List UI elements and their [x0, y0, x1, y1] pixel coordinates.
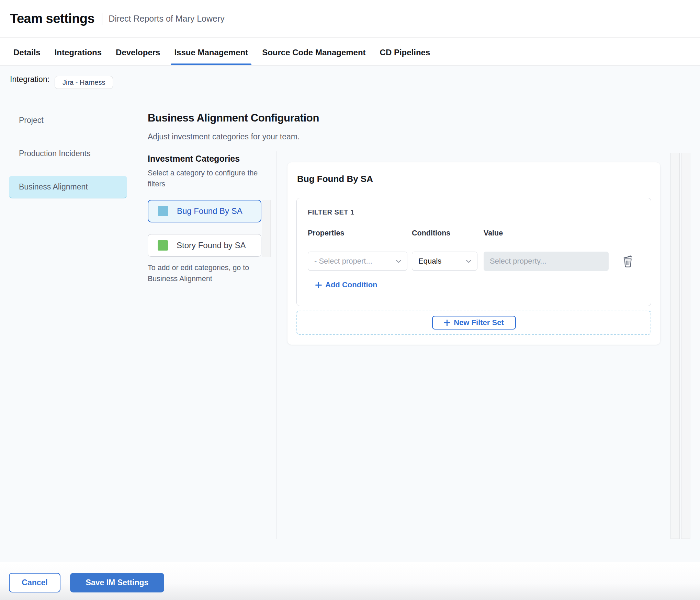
- tab-issue-management[interactable]: Issue Management: [171, 40, 251, 65]
- category-color-swatch: [158, 206, 168, 216]
- chevron-down-icon: [466, 259, 472, 263]
- add-condition-button[interactable]: Add Condition: [315, 280, 377, 289]
- category-label: Story Found by SA: [177, 241, 246, 250]
- new-filter-set-label: New Filter Set: [454, 318, 504, 327]
- inner-scrollbar-track[interactable]: [670, 153, 680, 539]
- sidebar-item-production-incidents[interactable]: Production Incidents: [9, 142, 127, 165]
- page-header: Team settings Direct Reports of Mary Low…: [0, 0, 700, 38]
- tab-developers[interactable]: Developers: [112, 40, 163, 65]
- sidebar-divider: [138, 99, 138, 539]
- category-config-card: Bug Found By SA FILTER SET 1 Properties …: [287, 162, 660, 345]
- category-color-swatch: [158, 240, 168, 251]
- active-tab-underline: [171, 64, 251, 65]
- trash-icon: [622, 255, 634, 268]
- sidebar-item-project[interactable]: Project: [9, 109, 127, 131]
- conditions-select[interactable]: Equals: [412, 252, 477, 271]
- categories-note: To add or edit categories, go to Busines…: [148, 262, 268, 284]
- outer-scrollbar-track[interactable]: [681, 153, 690, 539]
- sidebar-item-label: Production Incidents: [19, 149, 90, 158]
- integration-label: Integration:: [10, 75, 49, 84]
- page-subtitle: Direct Reports of Mary Lowery: [109, 14, 225, 24]
- properties-select[interactable]: - Select propert...: [308, 252, 407, 271]
- filter-set-title: FILTER SET 1: [308, 208, 354, 216]
- column-header-value: Value: [484, 229, 503, 238]
- cancel-button[interactable]: Cancel: [9, 573, 60, 592]
- sidebar-item-label: Business Alignment: [19, 182, 88, 192]
- tab-details[interactable]: Details: [10, 40, 44, 65]
- conditions-select-value: Equals: [418, 257, 441, 266]
- page-title: Team settings: [10, 11, 94, 26]
- tab-bar: Details Integrations Developers Issue Ma…: [0, 38, 700, 66]
- category-label: Bug Found By SA: [177, 206, 242, 216]
- properties-select-placeholder: - Select propert...: [314, 257, 372, 266]
- investment-categories-heading: Investment Categories: [148, 154, 240, 164]
- category-story-found-by-sa[interactable]: Story Found by SA: [148, 234, 261, 257]
- card-title: Bug Found By SA: [297, 174, 373, 184]
- plus-icon: [444, 320, 450, 326]
- sidebar-item-business-alignment[interactable]: Business Alignment: [9, 176, 127, 198]
- integration-badge[interactable]: Jira - Harness: [55, 76, 113, 89]
- category-list-scrollbar[interactable]: [262, 200, 271, 257]
- sidebar-item-label: Project: [19, 116, 44, 125]
- content-area: Integration: Jira - Harness Project Prod…: [0, 66, 700, 562]
- integration-row: Integration: Jira - Harness: [0, 66, 700, 99]
- tab-cd-pipelines[interactable]: CD Pipelines: [376, 40, 434, 65]
- column-header-conditions: Conditions: [412, 229, 450, 238]
- section-heading: Business Alignment Configuration: [148, 112, 319, 124]
- tab-source-code-management[interactable]: Source Code Management: [259, 40, 369, 65]
- footer-bar: Cancel Save IM Settings: [0, 562, 700, 600]
- delete-condition-button[interactable]: [621, 254, 635, 269]
- new-filter-set-dropzone: New Filter Set: [296, 311, 651, 335]
- categories-divider: [276, 151, 277, 539]
- plus-icon: [315, 282, 322, 288]
- investment-categories-description: Select a category to configure the filte…: [148, 168, 268, 189]
- chevron-down-icon: [396, 259, 402, 263]
- filter-set-box: FILTER SET 1 Properties Conditions Value…: [296, 198, 651, 306]
- save-im-settings-button[interactable]: Save IM Settings: [70, 573, 164, 592]
- title-divider: [102, 13, 102, 25]
- value-input[interactable]: [484, 252, 609, 271]
- column-header-properties: Properties: [308, 229, 344, 238]
- section-subheading: Adjust investment categories for your te…: [148, 132, 300, 141]
- category-bug-found-by-sa[interactable]: Bug Found By SA: [148, 200, 261, 222]
- new-filter-set-button[interactable]: New Filter Set: [432, 316, 516, 330]
- add-condition-label: Add Condition: [325, 280, 377, 289]
- tab-integrations[interactable]: Integrations: [51, 40, 105, 65]
